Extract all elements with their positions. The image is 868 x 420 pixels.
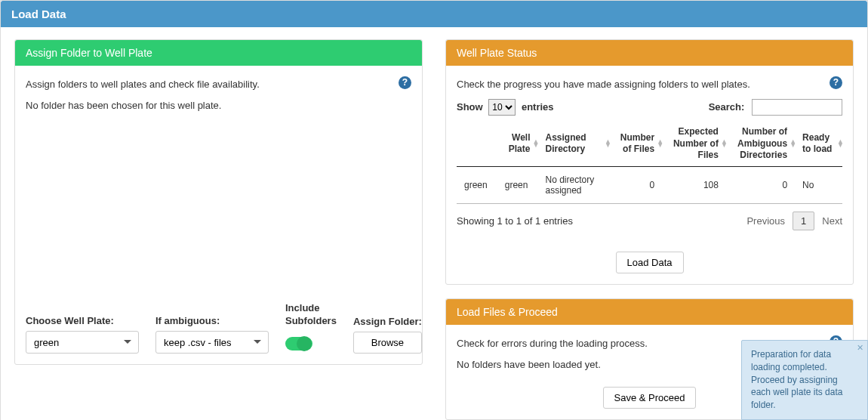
status-table: WellPlate▲▼ AssignedDirectory▲▼ Numberof…: [457, 122, 842, 204]
datatable-footer: Showing 1 to 1 of 1 entries Previous 1 N…: [457, 212, 842, 230]
toast-notification: ✕ Preparation for data loading completed…: [741, 340, 868, 420]
status-title: Well Plate Status: [457, 47, 537, 59]
assign-folder-label: Assign Folder:: [353, 316, 422, 327]
entries-label: entries: [522, 101, 554, 113]
wellplate-status-panel: Well Plate Status ? Check the progress y…: [445, 39, 854, 285]
left-column: Assign Folder to Well Plate ? Assign fol…: [14, 39, 423, 365]
length-control: Show 10 entries: [457, 99, 554, 116]
cell-wellplate: green: [497, 166, 538, 203]
col-ready[interactable]: Readyto load▲▼: [795, 122, 842, 166]
next-button[interactable]: Next: [822, 215, 842, 227]
help-icon[interactable]: ?: [830, 76, 842, 89]
pagination: Previous 1 Next: [746, 212, 842, 230]
subfolders-group: Include Subfolders: [285, 302, 337, 354]
assign-status: No folder has been chosen for this well …: [26, 97, 411, 114]
search-control: Search:: [709, 99, 842, 116]
assign-body: ? Assign folders to well plates and chec…: [15, 66, 422, 364]
status-desc: Check the progress you have made assigni…: [457, 76, 842, 93]
col-blank[interactable]: [457, 122, 497, 166]
cell-dir: No directory assigned: [537, 166, 609, 203]
outer-title: Load Data: [11, 8, 66, 20]
cell-name: green: [457, 166, 497, 203]
subfolders-label: Include Subfolders: [285, 302, 337, 328]
proceed-title: Load Files & Proceed: [457, 306, 558, 318]
cell-numfiles: 0: [610, 166, 662, 203]
choose-label: Choose Well Plate:: [26, 315, 139, 326]
cell-ready: No: [795, 166, 842, 203]
search-input[interactable]: [752, 99, 842, 116]
table-row: green green No directory assigned 0 108 …: [457, 166, 842, 203]
load-data-row: Load Data: [457, 252, 842, 273]
table-info: Showing 1 to 1 of 1 entries: [457, 215, 573, 227]
col-assigned-dir[interactable]: AssignedDirectory▲▼: [537, 122, 609, 166]
cell-expected: 108: [662, 166, 726, 203]
ambiguous-label: If ambiguous:: [155, 315, 269, 326]
save-proceed-button[interactable]: Save & Proceed: [603, 387, 697, 409]
toast-text: Preparation for data loading completed. …: [751, 349, 842, 410]
show-label: Show: [457, 101, 483, 113]
col-num-files[interactable]: Numberof Files▲▼: [610, 122, 662, 166]
col-ambiguous[interactable]: Number ofAmbiguousDirectories▲▼: [726, 122, 795, 166]
status-body: ? Check the progress you have made assig…: [446, 66, 853, 284]
choose-wellplate-group: Choose Well Plate: green: [26, 315, 139, 354]
prev-button[interactable]: Previous: [746, 215, 785, 227]
assign-form-row: Choose Well Plate: green If ambiguous:: [26, 302, 411, 354]
load-data-panel: Load Data Assign Folder to Well Plate ? …: [0, 0, 868, 420]
close-icon[interactable]: ✕: [857, 342, 863, 354]
table-header-row: WellPlate▲▼ AssignedDirectory▲▼ Numberof…: [457, 122, 842, 166]
cell-ambig: 0: [726, 166, 795, 203]
proceed-panel-header: Load Files & Proceed: [446, 299, 853, 325]
assign-title: Assign Folder to Well Plate: [26, 47, 152, 59]
outer-body: Assign Folder to Well Plate ? Assign fol…: [1, 27, 867, 420]
assign-panel-header: Assign Folder to Well Plate: [15, 40, 422, 66]
subfolders-toggle[interactable]: [285, 337, 312, 351]
outer-panel-header: Load Data: [1, 1, 867, 27]
status-panel-header: Well Plate Status: [446, 40, 853, 66]
datatable-controls: Show 10 entries Search:: [457, 99, 842, 116]
browse-button[interactable]: Browse: [353, 332, 422, 354]
entries-select[interactable]: 10: [488, 99, 516, 116]
search-label: Search:: [709, 101, 745, 113]
ambiguous-group: If ambiguous: keep .csv - files: [155, 315, 269, 354]
assign-folder-group: Assign Folder: Browse: [353, 316, 422, 354]
choose-wellplate-select[interactable]: green: [26, 331, 139, 354]
assign-folder-panel: Assign Folder to Well Plate ? Assign fol…: [14, 39, 423, 365]
col-wellplate[interactable]: WellPlate▲▼: [497, 122, 538, 166]
col-expected[interactable]: ExpectedNumber ofFiles▲▼: [662, 122, 726, 166]
ambiguous-select[interactable]: keep .csv - files: [155, 331, 269, 354]
assign-desc: Assign folders to well plates and check …: [26, 76, 411, 93]
page-1-button[interactable]: 1: [793, 212, 814, 230]
load-data-button[interactable]: Load Data: [616, 252, 684, 273]
help-icon[interactable]: ?: [399, 76, 411, 89]
